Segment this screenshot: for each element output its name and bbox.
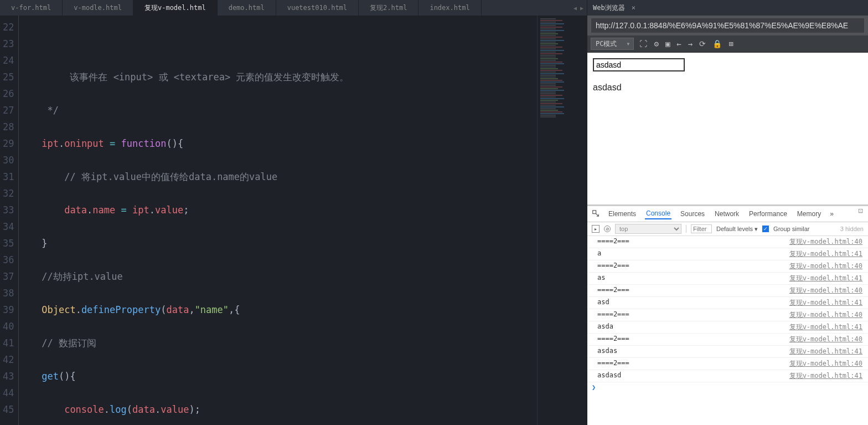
tab-v-modle[interactable]: v-modle.html xyxy=(63,0,133,16)
devtools-tab-sources[interactable]: Sources xyxy=(679,209,706,219)
code-token: console xyxy=(64,404,104,415)
code-token: = xyxy=(115,204,132,216)
devtools-more-icon[interactable]: » xyxy=(830,210,834,218)
devtools-tab-network[interactable]: Network xyxy=(714,209,740,219)
close-icon[interactable]: × xyxy=(632,4,636,12)
code-area[interactable]: 该事件在 <input> 或 <textarea> 元素的值发生改变时触发。 *… xyxy=(18,16,537,425)
code-token: defineProperty xyxy=(81,304,161,315)
forward-icon[interactable]: → xyxy=(688,39,693,48)
devtools-tab-performance[interactable]: Performance xyxy=(748,209,788,219)
browser-pane: Web浏览器 × PC模式 ⛶ ⚙ ▣ ← → ⟳ 🔒 ⊞ asdasd ⊡ E… xyxy=(587,0,868,425)
console-src-link[interactable]: 复现v-model.html:40 xyxy=(789,310,862,320)
log-levels-select[interactable]: Default levels ▾ xyxy=(716,226,758,233)
tab-v-for[interactable]: v-for.html xyxy=(0,0,63,16)
console-src-link[interactable]: 复现v-model.html:41 xyxy=(789,322,862,332)
hidden-count[interactable]: 3 hidden xyxy=(840,226,864,232)
minimap[interactable] xyxy=(537,16,587,425)
code-comment: //劫持ipt.value xyxy=(42,271,123,282)
page-input[interactable] xyxy=(593,58,685,71)
line-number: 24 xyxy=(3,52,14,69)
console-msg: asd xyxy=(597,298,609,308)
console-entry: ====2===复现v-model.html:40 xyxy=(587,334,868,346)
code-token: . xyxy=(76,304,81,315)
context-select[interactable]: top xyxy=(615,224,681,234)
console-filter-input[interactable] xyxy=(691,224,712,233)
line-number: 31 xyxy=(3,168,14,185)
console-src-link[interactable]: 复现v-model.html:41 xyxy=(789,274,862,283)
clear-console-icon[interactable]: ⊘ xyxy=(604,226,611,232)
url-bar xyxy=(587,16,868,35)
line-number: 26 xyxy=(3,85,14,102)
devtools-tab-console[interactable]: Console xyxy=(645,208,671,219)
devtools-tab-elements[interactable]: Elements xyxy=(607,209,637,219)
browser-toolbar: PC模式 ⛶ ⚙ ▣ ← → ⟳ 🔒 ⊞ xyxy=(587,35,868,53)
line-number: 42 xyxy=(3,351,14,368)
code-token: . xyxy=(59,138,64,149)
back-icon[interactable]: ← xyxy=(676,39,681,48)
console-msg: ====2=== xyxy=(597,237,629,247)
url-input[interactable] xyxy=(591,18,865,33)
console-src-link[interactable]: 复现v-model.html:40 xyxy=(789,237,862,247)
console-msg: as xyxy=(597,274,605,283)
tab-demo[interactable]: demo.html xyxy=(218,0,276,16)
console-entry: a复现v-model.html:41 xyxy=(587,248,868,260)
lock-icon[interactable]: 🔒 xyxy=(712,39,722,48)
code-token: , xyxy=(189,304,194,315)
browser-panel-title: Web浏览器 xyxy=(593,3,625,13)
group-similar-checkbox[interactable]: ✓ xyxy=(762,226,769,232)
code-token: function xyxy=(121,138,167,149)
code-token: = xyxy=(104,138,121,149)
window-icon[interactable]: ▣ xyxy=(665,39,670,48)
code-token: ipt xyxy=(132,204,149,216)
inspect-icon[interactable] xyxy=(592,209,600,219)
console-src-link[interactable]: 复现v-model.html:40 xyxy=(789,335,862,344)
console-src-link[interactable]: 复现v-model.html:40 xyxy=(789,286,862,295)
console-src-link[interactable]: 复现v-model.html:41 xyxy=(789,249,862,259)
line-number: 41 xyxy=(3,335,14,351)
console-src-link[interactable]: 复现v-model.html:41 xyxy=(789,298,862,308)
console-entry: asdas复现v-model.html:41 xyxy=(587,346,868,358)
line-number: 40 xyxy=(3,318,14,335)
line-number: 44 xyxy=(3,385,14,401)
tab-prev-icon[interactable]: ◀ xyxy=(574,5,577,11)
line-number-gutter: 22 23 24 25 26 27 28 29 30 31 32 33 34 3… xyxy=(0,16,18,425)
console-sidebar-icon[interactable]: ▸ xyxy=(592,225,600,233)
code-token: data xyxy=(166,304,189,315)
code-token: (){ xyxy=(166,138,183,149)
tab-next-icon[interactable]: ▶ xyxy=(580,5,583,11)
console-msg: asdasd xyxy=(597,371,621,381)
console-entry: asdasd复现v-model.html:41 xyxy=(587,370,868,382)
console-prompt[interactable]: ❯ xyxy=(587,382,868,392)
line-number: 33 xyxy=(3,202,14,218)
line-number: 36 xyxy=(3,252,14,268)
tab-fuxian2[interactable]: 复现2.html xyxy=(359,0,418,16)
devtools-tab-memory[interactable]: Memory xyxy=(796,209,822,219)
reload-icon[interactable]: ⟳ xyxy=(699,39,706,48)
console-msg: ====2=== xyxy=(597,286,629,295)
group-similar-label: Group similar xyxy=(773,226,809,232)
devtools-console-toolbar: ▸ ⊘ top Default levels ▾ ✓ Group similar… xyxy=(587,222,868,236)
code-token: . xyxy=(87,204,92,216)
line-number: 25 xyxy=(3,69,14,85)
editor-pane: v-for.html v-modle.html 复现v-model.html d… xyxy=(0,0,587,425)
console-entry: ====2===复现v-model.html:40 xyxy=(587,358,868,370)
tab-vuetest010[interactable]: vuetest010.html xyxy=(276,0,359,16)
gear-icon[interactable]: ⚙ xyxy=(654,39,658,48)
line-number: 43 xyxy=(3,368,14,385)
console-entry: asd复现v-model.html:41 xyxy=(587,297,868,309)
console-src-link[interactable]: 复现v-model.html:40 xyxy=(789,359,862,368)
code-token: ( xyxy=(161,304,166,315)
svg-rect-0 xyxy=(593,210,596,213)
code-token: ( xyxy=(127,404,132,415)
dock-icon[interactable]: ⊡ xyxy=(858,207,866,215)
console-src-link[interactable]: 复现v-model.html:41 xyxy=(789,371,862,381)
display-mode-select[interactable]: PC模式 xyxy=(591,38,634,50)
tab-index[interactable]: index.html xyxy=(418,0,481,16)
tab-fuxian-vmodel[interactable]: 复现v-model.html xyxy=(133,0,218,16)
qr-icon[interactable]: ⊞ xyxy=(728,39,733,48)
console-src-link[interactable]: 复现v-model.html:40 xyxy=(789,262,862,271)
expand-icon[interactable]: ⛶ xyxy=(639,39,647,48)
code-token: } xyxy=(42,238,47,249)
console-log-list: ====2===复现v-model.html:40 a复现v-model.htm… xyxy=(587,236,868,425)
console-src-link[interactable]: 复现v-model.html:41 xyxy=(789,347,862,356)
